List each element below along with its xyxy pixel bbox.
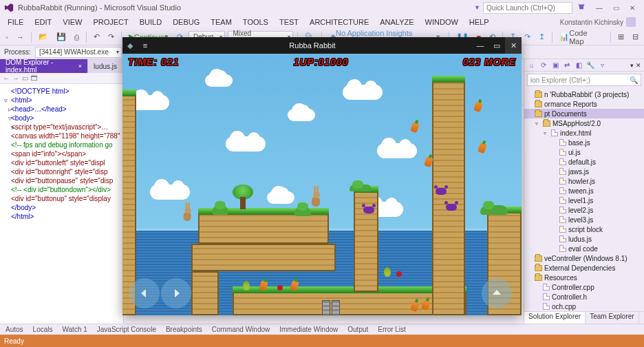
back-arrow-icon[interactable]: ←	[3, 74, 10, 82]
game-window: ◆ ≡ Rubba Rabbit — ▭ ✕	[122, 37, 522, 315]
tree-node[interactable]: External Dependencies	[524, 263, 644, 273]
game-canvas[interactable]: TIME: 021 1UP:01000 023 MORE	[122, 54, 522, 315]
dpad-right-button[interactable]	[161, 278, 191, 308]
cloud-sprite	[267, 191, 294, 204]
tree-node[interactable]: default.js	[524, 157, 644, 167]
tree-node[interactable]: script block	[524, 224, 644, 234]
refresh-icon[interactable]: ⟳	[539, 61, 548, 70]
tab-dom-explorer[interactable]: DOM Explorer - index.html ×	[0, 59, 88, 73]
tab-locals[interactable]: Locals	[30, 325, 56, 334]
redo-button[interactable]: ↷	[105, 31, 117, 43]
tree-node[interactable]: level3.js	[524, 215, 644, 224]
code-editor[interactable]: <!DOCTYPE html>▿ <html> ▹ <head>…</head>…	[0, 84, 123, 324]
menu-debug[interactable]: DEBUG	[168, 17, 204, 28]
nav-fwd-button[interactable]: →	[14, 31, 27, 43]
show-all-icon[interactable]: ◧	[574, 61, 583, 70]
solution-tree[interactable]: n 'RubbaRabbit' (3 projects)ormance Repo…	[524, 88, 644, 311]
misc-button-2[interactable]: ⊟	[630, 31, 641, 43]
menu-tools[interactable]: TOOLS	[238, 17, 273, 28]
tree-node[interactable]: jaws.js	[524, 167, 644, 176]
tree-node[interactable]: ▿index.html	[524, 128, 644, 138]
game-close-button[interactable]: ✕	[505, 37, 522, 54]
tab-js-console[interactable]: JavaScript Console	[94, 325, 159, 334]
quicklaunch-triangle-icon[interactable]: ▼	[474, 4, 480, 11]
hamburger-icon[interactable]: ≡	[138, 41, 153, 50]
refresh-dom-icon[interactable]: 🗔	[31, 74, 38, 82]
terrain-block	[191, 244, 336, 271]
process-combo[interactable]: [34144] WWAHost.exe	[35, 47, 122, 58]
tab-team-explorer[interactable]: Team Explorer	[586, 312, 638, 324]
tab-output[interactable]: Output	[345, 325, 371, 334]
tree-node[interactable]: base.js	[524, 138, 644, 147]
menu-file[interactable]: FILE	[3, 17, 28, 28]
codemap-button[interactable]: 📊 Code Map	[557, 31, 606, 43]
tree-node[interactable]: Controller.cpp	[524, 282, 644, 292]
home-icon[interactable]: ⌂	[527, 61, 537, 70]
fwd-arrow-icon[interactable]: →	[12, 74, 19, 82]
tree-node[interactable]: eval code	[524, 244, 644, 253]
dpad-left-button[interactable]	[129, 278, 160, 308]
save-all-button[interactable]: ⎙	[72, 31, 82, 43]
tree-node[interactable]: och.cpp	[524, 302, 644, 311]
nav-back-button[interactable]: ◦	[3, 31, 11, 43]
dpad-up-button[interactable]	[482, 278, 512, 308]
tab-immediate-window[interactable]: Immediate Window	[277, 325, 341, 334]
game-minimize-button[interactable]: —	[472, 37, 489, 54]
misc-button-1[interactable]: ⊞	[615, 31, 627, 43]
tree-node[interactable]: ormance Reports	[524, 99, 644, 109]
menu-team[interactable]: TEAM	[206, 17, 237, 28]
menu-build[interactable]: BUILD	[135, 17, 167, 28]
tab-error-list[interactable]: Error List	[375, 325, 409, 334]
enemy-crab-sprite	[363, 207, 374, 213]
tab-solution-explorer[interactable]: Solution Explorer	[524, 312, 586, 324]
tab-breakpoints[interactable]: Breakpoints	[163, 325, 205, 334]
save-button[interactable]: 💾	[54, 31, 69, 43]
pear-sprite	[243, 281, 250, 291]
menu-analyze[interactable]: ANALYZE	[375, 17, 418, 28]
close-button[interactable]: ✕	[625, 2, 640, 13]
menu-window[interactable]: WINDOW	[420, 17, 463, 28]
tree-node[interactable]: Resources	[524, 273, 644, 282]
bush-sprite	[350, 185, 372, 191]
tree-node[interactable]: veController (Windows 8.1)	[524, 253, 644, 263]
tree-node[interactable]: tween.js	[524, 186, 644, 196]
tab-autos[interactable]: Autos	[3, 325, 26, 334]
tree-node[interactable]: pt Documents	[524, 109, 644, 118]
undo-button[interactable]: ↶	[91, 31, 103, 43]
collapse-icon[interactable]: ▣	[550, 61, 560, 70]
tree-node[interactable]: ▿MSAppHost/2.0	[524, 118, 644, 128]
signed-in-user[interactable]: Konstantin Kichinsky	[560, 17, 641, 27]
step-over-button[interactable]: ↷	[522, 31, 533, 43]
menu-edit[interactable]: EDIT	[30, 17, 56, 28]
tab-command-window[interactable]: Command Window	[209, 325, 272, 334]
tree-node[interactable]: level1.js	[524, 196, 644, 205]
solution-explorer-search[interactable]: ion Explorer (Ctrl+;) 🔍	[527, 74, 641, 86]
tree-node[interactable]: ui.js	[524, 147, 644, 157]
tab-watch1[interactable]: Watch 1	[59, 325, 89, 334]
menu-architecture[interactable]: ARCHITECTURE	[305, 17, 374, 28]
step-out-button[interactable]: ↥	[536, 31, 548, 43]
panel-dropdown-icon[interactable]: ▾ ✕	[630, 62, 641, 69]
game-titlebar[interactable]: ◆ ≡ Rubba Rabbit — ▭ ✕	[122, 37, 522, 54]
sync-icon[interactable]: ⇄	[562, 61, 572, 70]
properties-icon[interactable]: 🔧	[586, 61, 595, 70]
menu-help[interactable]: HELP	[464, 17, 494, 28]
close-icon[interactable]: ×	[78, 63, 82, 70]
tree-node[interactable]: n 'RubbaRabbit' (3 projects)	[524, 90, 644, 99]
minimize-button[interactable]: —	[592, 2, 607, 13]
tab-ludus-js[interactable]: ludus.js	[88, 59, 123, 73]
tree-node[interactable]: level2.js	[524, 205, 644, 215]
game-maximize-button[interactable]: ▭	[489, 37, 505, 54]
open-button[interactable]: 📂	[36, 31, 51, 43]
quick-launch-input[interactable]	[483, 2, 572, 14]
select-element-icon[interactable]: ▭	[22, 74, 28, 82]
menu-test[interactable]: TEST	[275, 17, 303, 28]
notifications-icon[interactable]	[575, 3, 588, 12]
menu-view[interactable]: VIEW	[58, 17, 87, 28]
maximize-button[interactable]: ▭	[608, 2, 623, 13]
menu-project[interactable]: PROJECT	[88, 17, 133, 28]
tree-node[interactable]: howler.js	[524, 176, 644, 186]
tree-node[interactable]: ludus.js	[524, 234, 644, 244]
preview-icon[interactable]: ▿	[597, 61, 607, 70]
tree-node[interactable]: Controller.h	[524, 292, 644, 302]
